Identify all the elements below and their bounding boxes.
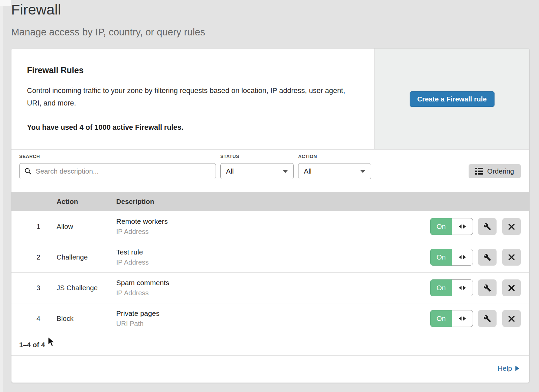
- pagination-bar: 1–4 of 4: [11, 334, 529, 356]
- action-select-value: All: [304, 167, 312, 175]
- search-box[interactable]: [19, 163, 216, 179]
- rule-priority: 2: [32, 253, 45, 261]
- ordering-button[interactable]: Ordering: [469, 164, 521, 178]
- edit-rule-button[interactable]: [478, 249, 497, 266]
- rule-priority: 3: [32, 284, 45, 292]
- rules-description: Control incoming traffic to your zone by…: [27, 85, 347, 109]
- rule-action: JS Challenge: [57, 284, 98, 292]
- rule-priority: 1: [32, 222, 45, 231]
- action-label: ACTION: [298, 154, 317, 159]
- rule-controls: On: [430, 279, 521, 296]
- delete-rule-button[interactable]: [502, 310, 521, 327]
- rule-action: Challenge: [57, 253, 88, 261]
- left-right-arrows-icon[interactable]: [452, 279, 473, 296]
- rule-description: Remote workers: [116, 217, 168, 225]
- rules-usage-text: You have used 4 of 1000 active Firewall …: [27, 123, 359, 132]
- ordering-button-label: Ordering: [487, 167, 514, 175]
- column-header-description: Description: [116, 198, 154, 206]
- action-select[interactable]: All: [298, 163, 371, 179]
- edit-rule-button[interactable]: [478, 218, 497, 235]
- x-icon: [508, 254, 515, 261]
- rule-match-type: IP Address: [116, 259, 149, 266]
- window-edge-strip: [0, 0, 3, 392]
- rule-controls: On: [430, 218, 521, 235]
- pagination-range: 1–4 of 4: [19, 341, 45, 349]
- rule-match-type: URI Path: [116, 320, 159, 328]
- rule-enabled-toggle[interactable]: On: [430, 218, 473, 235]
- window-corner-artifact: [0, 0, 11, 6]
- toggle-on-state[interactable]: On: [430, 279, 452, 296]
- ordered-list-icon: [475, 168, 483, 175]
- wrench-icon: [483, 223, 491, 231]
- rule-description-cell: Remote workers IP Address: [116, 217, 168, 236]
- rule-action: Allow: [57, 222, 73, 231]
- rule-action: Block: [57, 314, 73, 323]
- toggle-on-state[interactable]: On: [430, 310, 452, 327]
- edit-rule-button[interactable]: [478, 310, 497, 327]
- table-row: 4 Block Private pages URI Path On: [11, 303, 529, 334]
- create-rule-panel: Create a Firewall rule: [374, 49, 529, 149]
- search-icon: [24, 168, 32, 175]
- create-firewall-rule-button[interactable]: Create a Firewall rule: [410, 91, 495, 107]
- edit-rule-button[interactable]: [478, 279, 497, 296]
- rule-enabled-toggle[interactable]: On: [430, 249, 473, 266]
- firewall-rules-card: Firewall Rules Control incoming traffic …: [11, 48, 530, 383]
- right-triangle-icon: [515, 366, 519, 371]
- toggle-on-state[interactable]: On: [430, 249, 452, 266]
- firewall-page: Firewall Manage access by IP, country, o…: [0, 0, 539, 392]
- search-label: SEARCH: [19, 154, 40, 159]
- rule-description: Test rule: [116, 248, 149, 256]
- delete-rule-button[interactable]: [502, 249, 521, 266]
- delete-rule-button[interactable]: [502, 279, 521, 296]
- help-link[interactable]: Help: [498, 364, 519, 372]
- rule-controls: On: [430, 249, 521, 266]
- rule-match-type: IP Address: [116, 228, 168, 236]
- status-select[interactable]: All: [220, 163, 294, 179]
- caret-down-icon: [283, 170, 288, 173]
- caret-down-icon: [360, 170, 366, 173]
- search-input[interactable]: [35, 167, 211, 176]
- page-title: Firewall: [11, 1, 61, 18]
- help-link-label: Help: [498, 364, 512, 372]
- left-right-arrows-icon[interactable]: [452, 249, 473, 266]
- rule-description: Spam comments: [116, 279, 169, 287]
- x-icon: [508, 284, 515, 292]
- rule-description-cell: Private pages URI Path: [116, 309, 159, 328]
- table-row: 2 Challenge Test rule IP Address On: [11, 242, 529, 273]
- toggle-on-state[interactable]: On: [430, 218, 452, 235]
- rule-enabled-toggle[interactable]: On: [430, 279, 473, 296]
- rules-overview-section: Firewall Rules Control incoming traffic …: [11, 49, 529, 150]
- rule-description-cell: Spam comments IP Address: [116, 279, 169, 297]
- left-right-arrows-icon[interactable]: [452, 310, 473, 327]
- rules-heading: Firewall Rules: [27, 65, 359, 75]
- x-icon: [508, 223, 515, 230]
- delete-rule-button[interactable]: [502, 218, 521, 235]
- rule-match-type: IP Address: [116, 289, 169, 297]
- wrench-icon: [483, 315, 491, 323]
- left-right-arrows-icon[interactable]: [452, 218, 473, 235]
- filter-bar: SEARCH STATUS ACTION All All: [11, 150, 529, 192]
- rule-controls: On: [430, 310, 521, 327]
- status-label: STATUS: [220, 154, 239, 159]
- wrench-icon: [483, 253, 491, 261]
- rule-priority: 4: [32, 314, 45, 323]
- table-row: 3 JS Challenge Spam comments IP Address …: [11, 273, 529, 303]
- rules-overview-text: Firewall Rules Control incoming traffic …: [11, 49, 374, 149]
- table-row: 1 Allow Remote workers IP Address On: [11, 211, 529, 242]
- status-select-value: All: [226, 167, 234, 175]
- page-subtitle: Manage access by IP, country, or query r…: [11, 27, 205, 38]
- rule-description: Private pages: [116, 309, 159, 318]
- table-header: Action Description: [11, 192, 529, 211]
- x-icon: [508, 315, 515, 322]
- rule-enabled-toggle[interactable]: On: [430, 310, 473, 327]
- card-footer: Help: [11, 356, 529, 381]
- rule-description-cell: Test rule IP Address: [116, 248, 149, 266]
- column-header-action: Action: [57, 198, 78, 206]
- wrench-icon: [483, 284, 491, 292]
